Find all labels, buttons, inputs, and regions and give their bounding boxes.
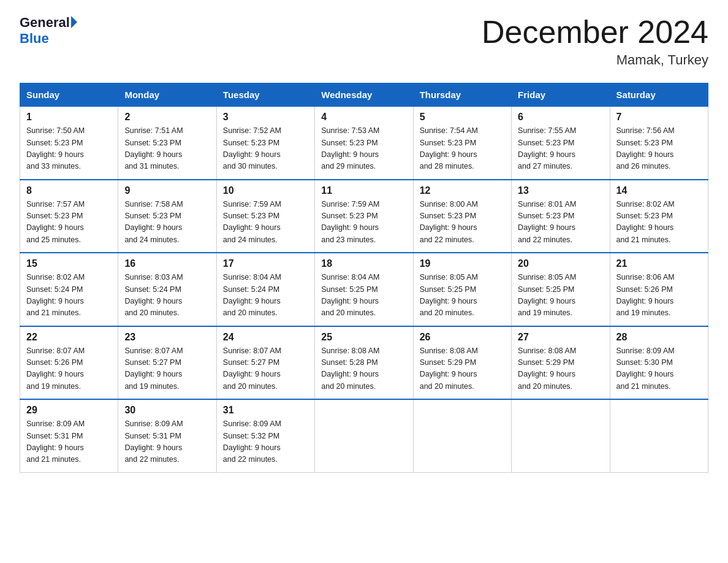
day-info: Sunrise: 7:51 AM Sunset: 5:23 PM Dayligh… [124, 125, 210, 173]
calendar-day-cell: 11 Sunrise: 7:59 AM Sunset: 5:23 PM Dayl… [315, 180, 413, 253]
calendar-day-cell: 9 Sunrise: 7:58 AM Sunset: 5:23 PM Dayli… [118, 180, 216, 253]
day-number: 5 [420, 112, 505, 123]
day-number: 14 [616, 185, 702, 196]
calendar-day-cell [512, 399, 610, 472]
day-of-week-header: Tuesday [216, 83, 314, 107]
calendar-day-cell: 18 Sunrise: 8:04 AM Sunset: 5:25 PM Dayl… [315, 253, 413, 326]
day-number: 31 [223, 405, 308, 416]
calendar-week-row: 29 Sunrise: 8:09 AM Sunset: 5:31 PM Dayl… [20, 399, 708, 472]
day-info: Sunrise: 7:57 AM Sunset: 5:23 PM Dayligh… [26, 199, 112, 247]
day-info: Sunrise: 8:09 AM Sunset: 5:30 PM Dayligh… [616, 345, 702, 393]
day-of-week-header: Thursday [413, 83, 511, 107]
day-info: Sunrise: 7:56 AM Sunset: 5:23 PM Dayligh… [616, 125, 702, 173]
calendar-day-cell: 8 Sunrise: 7:57 AM Sunset: 5:23 PM Dayli… [20, 180, 118, 253]
day-info: Sunrise: 8:01 AM Sunset: 5:23 PM Dayligh… [518, 199, 603, 247]
calendar-day-cell: 5 Sunrise: 7:54 AM Sunset: 5:23 PM Dayli… [413, 107, 511, 180]
day-info: Sunrise: 8:09 AM Sunset: 5:32 PM Dayligh… [223, 418, 308, 466]
day-info: Sunrise: 8:08 AM Sunset: 5:28 PM Dayligh… [321, 345, 406, 393]
day-info: Sunrise: 7:53 AM Sunset: 5:23 PM Dayligh… [321, 125, 406, 173]
day-info: Sunrise: 7:54 AM Sunset: 5:23 PM Dayligh… [420, 125, 505, 173]
day-number: 21 [616, 258, 702, 269]
calendar-day-cell: 7 Sunrise: 7:56 AM Sunset: 5:23 PM Dayli… [610, 107, 708, 180]
day-info: Sunrise: 7:55 AM Sunset: 5:23 PM Dayligh… [518, 125, 603, 173]
day-info: Sunrise: 7:58 AM Sunset: 5:23 PM Dayligh… [124, 199, 210, 247]
days-header-row: SundayMondayTuesdayWednesdayThursdayFrid… [20, 83, 708, 107]
day-number: 7 [616, 112, 702, 123]
calendar-day-cell: 13 Sunrise: 8:01 AM Sunset: 5:23 PM Dayl… [512, 180, 610, 253]
day-info: Sunrise: 8:08 AM Sunset: 5:29 PM Dayligh… [420, 345, 505, 393]
calendar-day-cell: 10 Sunrise: 7:59 AM Sunset: 5:23 PM Dayl… [216, 180, 314, 253]
logo-arrow-icon [71, 16, 77, 28]
calendar-day-cell: 17 Sunrise: 8:04 AM Sunset: 5:24 PM Dayl… [216, 253, 314, 326]
day-info: Sunrise: 8:00 AM Sunset: 5:23 PM Dayligh… [420, 199, 505, 247]
calendar-day-cell [413, 399, 511, 472]
day-info: Sunrise: 8:09 AM Sunset: 5:31 PM Dayligh… [26, 418, 112, 466]
day-info: Sunrise: 8:07 AM Sunset: 5:27 PM Dayligh… [124, 345, 210, 393]
day-number: 15 [26, 258, 112, 269]
calendar-title: December 2024 [482, 15, 708, 50]
day-info: Sunrise: 8:02 AM Sunset: 5:23 PM Dayligh… [616, 199, 702, 247]
calendar-table: SundayMondayTuesdayWednesdayThursdayFrid… [20, 83, 708, 473]
logo: General Blue [20, 15, 77, 47]
calendar-day-cell: 24 Sunrise: 8:07 AM Sunset: 5:27 PM Dayl… [216, 326, 314, 400]
calendar-day-cell: 19 Sunrise: 8:05 AM Sunset: 5:25 PM Dayl… [413, 253, 511, 326]
day-info: Sunrise: 8:05 AM Sunset: 5:25 PM Dayligh… [518, 272, 603, 320]
day-number: 20 [518, 258, 603, 269]
calendar-day-cell: 21 Sunrise: 8:06 AM Sunset: 5:26 PM Dayl… [610, 253, 708, 326]
day-of-week-header: Friday [512, 83, 610, 107]
calendar-day-cell: 4 Sunrise: 7:53 AM Sunset: 5:23 PM Dayli… [315, 107, 413, 180]
day-info: Sunrise: 8:08 AM Sunset: 5:29 PM Dayligh… [518, 345, 603, 393]
day-info: Sunrise: 8:02 AM Sunset: 5:24 PM Dayligh… [26, 272, 112, 320]
calendar-day-cell: 1 Sunrise: 7:50 AM Sunset: 5:23 PM Dayli… [20, 107, 118, 180]
day-number: 28 [616, 332, 702, 343]
day-info: Sunrise: 8:07 AM Sunset: 5:26 PM Dayligh… [26, 345, 112, 393]
calendar-day-cell: 26 Sunrise: 8:08 AM Sunset: 5:29 PM Dayl… [413, 326, 511, 400]
calendar-day-cell [610, 399, 708, 472]
day-of-week-header: Monday [118, 83, 216, 107]
header: General Blue December 2024 Mamak, Turkey [20, 15, 708, 68]
calendar-day-cell: 29 Sunrise: 8:09 AM Sunset: 5:31 PM Dayl… [20, 399, 118, 472]
day-info: Sunrise: 8:06 AM Sunset: 5:26 PM Dayligh… [616, 272, 702, 320]
calendar-day-cell: 6 Sunrise: 7:55 AM Sunset: 5:23 PM Dayli… [512, 107, 610, 180]
calendar-day-cell: 31 Sunrise: 8:09 AM Sunset: 5:32 PM Dayl… [216, 399, 314, 472]
day-number: 27 [518, 332, 603, 343]
calendar-subtitle: Mamak, Turkey [482, 52, 708, 68]
day-info: Sunrise: 7:59 AM Sunset: 5:23 PM Dayligh… [223, 199, 308, 247]
logo-blue: Blue [20, 31, 77, 47]
calendar-day-cell: 28 Sunrise: 8:09 AM Sunset: 5:30 PM Dayl… [610, 326, 708, 400]
calendar-day-cell: 2 Sunrise: 7:51 AM Sunset: 5:23 PM Dayli… [118, 107, 216, 180]
day-of-week-header: Wednesday [315, 83, 413, 107]
calendar-day-cell: 16 Sunrise: 8:03 AM Sunset: 5:24 PM Dayl… [118, 253, 216, 326]
calendar-day-cell: 22 Sunrise: 8:07 AM Sunset: 5:26 PM Dayl… [20, 326, 118, 400]
day-number: 17 [223, 258, 308, 269]
logo-general: General [20, 15, 70, 31]
day-info: Sunrise: 7:50 AM Sunset: 5:23 PM Dayligh… [26, 125, 112, 173]
day-number: 12 [420, 185, 505, 196]
day-number: 24 [223, 332, 308, 343]
day-number: 3 [223, 112, 308, 123]
day-number: 1 [26, 112, 112, 123]
day-number: 19 [420, 258, 505, 269]
day-number: 18 [321, 258, 406, 269]
day-number: 6 [518, 112, 603, 123]
day-number: 26 [420, 332, 505, 343]
day-number: 8 [26, 185, 112, 196]
calendar-week-row: 1 Sunrise: 7:50 AM Sunset: 5:23 PM Dayli… [20, 107, 708, 180]
day-number: 10 [223, 185, 308, 196]
day-info: Sunrise: 8:04 AM Sunset: 5:25 PM Dayligh… [321, 272, 406, 320]
calendar-week-row: 22 Sunrise: 8:07 AM Sunset: 5:26 PM Dayl… [20, 326, 708, 400]
calendar-day-cell: 27 Sunrise: 8:08 AM Sunset: 5:29 PM Dayl… [512, 326, 610, 400]
day-info: Sunrise: 7:52 AM Sunset: 5:23 PM Dayligh… [223, 125, 308, 173]
day-number: 22 [26, 332, 112, 343]
day-of-week-header: Saturday [610, 83, 708, 107]
day-number: 2 [124, 112, 210, 123]
day-number: 16 [124, 258, 210, 269]
calendar-day-cell: 14 Sunrise: 8:02 AM Sunset: 5:23 PM Dayl… [610, 180, 708, 253]
day-info: Sunrise: 8:09 AM Sunset: 5:31 PM Dayligh… [124, 418, 210, 466]
day-info: Sunrise: 8:07 AM Sunset: 5:27 PM Dayligh… [223, 345, 308, 393]
day-info: Sunrise: 8:05 AM Sunset: 5:25 PM Dayligh… [420, 272, 505, 320]
calendar-day-cell: 25 Sunrise: 8:08 AM Sunset: 5:28 PM Dayl… [315, 326, 413, 400]
day-info: Sunrise: 7:59 AM Sunset: 5:23 PM Dayligh… [321, 199, 406, 247]
day-number: 29 [26, 405, 112, 416]
day-number: 4 [321, 112, 406, 123]
